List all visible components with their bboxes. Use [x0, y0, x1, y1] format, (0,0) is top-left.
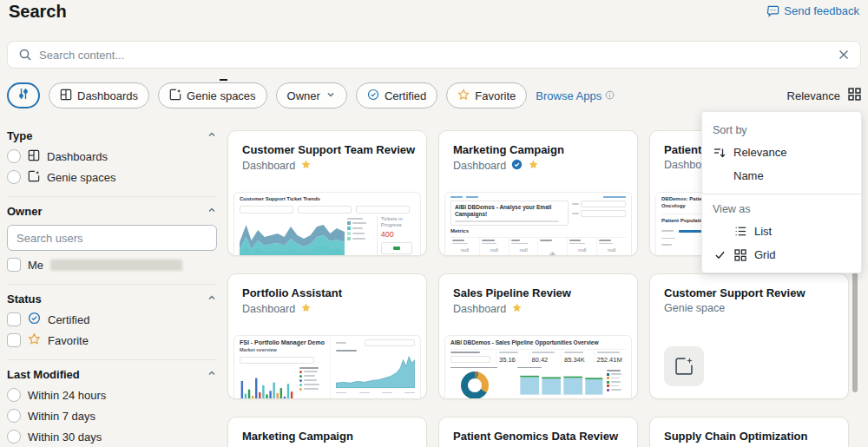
- radio[interactable]: [7, 430, 21, 444]
- option-label: Favorite: [48, 334, 89, 347]
- dashboard-preview: AIBI DBDemos - Sales Pipeline Opportunit…: [444, 335, 632, 398]
- modified-option-30d[interactable]: Within 30 days: [7, 426, 217, 447]
- favorite-star-icon: [511, 302, 523, 316]
- result-card-marketing-campaign-2[interactable]: Marketing Campaign: [227, 417, 427, 447]
- section-title: Last Modified: [7, 368, 80, 381]
- dashboard-preview: Customer Support Ticket Trends: [233, 192, 421, 255]
- feedback-bubble-icon: [766, 4, 779, 17]
- genie-space-icon: [28, 170, 40, 185]
- chip-certified[interactable]: Certified: [356, 82, 437, 108]
- favorite-star-icon: [528, 159, 539, 173]
- card-title: Supply Chain Optimization: [650, 417, 848, 443]
- search-bar[interactable]: [7, 41, 861, 69]
- owner-option-me[interactable]: Me: [7, 254, 217, 275]
- card-title: Marketing Campaign: [228, 417, 426, 443]
- genie-space-tile-icon: [664, 346, 704, 386]
- checkbox[interactable]: [7, 333, 21, 347]
- section-type-header[interactable]: Type: [7, 125, 217, 146]
- section-owner-header[interactable]: Owner: [7, 200, 217, 221]
- chip-label: Genie spaces: [187, 89, 256, 102]
- filter-sidebar: Type Dashboards Genie spaces: [7, 122, 217, 447]
- browse-apps-link[interactable]: Browse Apps: [536, 89, 615, 102]
- dashboard-icon: [60, 89, 72, 103]
- preview-stat-label: Tickets in Progress: [381, 216, 415, 228]
- result-card-sales-pipeline-review[interactable]: Sales Pipeline Review Dashboard AIBI DBD…: [438, 273, 638, 399]
- card-subtitle: Dashboard: [439, 156, 637, 173]
- status-option-favorite[interactable]: Favorite: [7, 330, 217, 351]
- card-title: Customer Support Team Review: [228, 131, 426, 156]
- dashboard-preview: FSI - Portfolio Manager Demo Market over…: [233, 335, 421, 398]
- sort-view-menu: Sort by Relevance Name View as List: [701, 111, 862, 273]
- menu-item-grid[interactable]: Grid: [702, 243, 861, 266]
- menu-item-label: List: [754, 225, 772, 238]
- radio[interactable]: [7, 409, 21, 423]
- section-type: Type Dashboards Genie spaces: [7, 122, 217, 197]
- owner-search-input[interactable]: [7, 225, 217, 251]
- menu-item-list[interactable]: List: [702, 220, 861, 243]
- menu-item-label: Name: [733, 169, 764, 182]
- certified-badge-icon: [511, 159, 523, 173]
- search-input[interactable]: [39, 49, 831, 62]
- menu-item-name[interactable]: Name: [702, 164, 861, 187]
- option-label: Within 7 days: [28, 410, 95, 423]
- card-subtitle: Dashboard: [228, 299, 426, 316]
- pipeline-bar-chart: [517, 370, 604, 398]
- radio[interactable]: [7, 170, 21, 184]
- dashboard-icon: [28, 149, 40, 164]
- checkbox[interactable]: [7, 258, 21, 272]
- star-icon: [28, 332, 41, 348]
- type-option-genie-spaces[interactable]: Genie spaces: [7, 167, 217, 187]
- option-label: Certified: [48, 313, 89, 326]
- radio[interactable]: [7, 388, 21, 402]
- vertical-scrollbar[interactable]: [852, 260, 858, 392]
- clear-search-icon[interactable]: [838, 49, 850, 61]
- option-label: Within 30 days: [28, 431, 102, 444]
- card-title: Customer Support Review: [650, 274, 848, 299]
- section-owner: Owner Me: [7, 197, 217, 285]
- card-type-label: Dashboard: [453, 303, 506, 315]
- check-icon: [713, 249, 727, 260]
- view-as-label: View as: [702, 195, 861, 220]
- modified-option-7d[interactable]: Within 7 days: [7, 405, 217, 426]
- certified-badge-icon: [367, 89, 379, 103]
- card-subtitle: Dashboard: [439, 299, 637, 316]
- dashboard-preview: AIBI DBDemos - Analyse your Email Campai…: [444, 192, 632, 255]
- chip-favorite[interactable]: Favorite: [446, 82, 527, 108]
- grid-view-icon: [733, 249, 747, 261]
- radio[interactable]: [7, 149, 21, 163]
- card-title: Marketing Campaign: [439, 131, 637, 156]
- result-card-marketing-campaign[interactable]: Marketing Campaign Dashboard AIBI: [438, 130, 638, 256]
- result-card-portfolio-assistant[interactable]: Portfolio Assistant Dashboard FSI - Port…: [227, 273, 427, 399]
- modified-option-24h[interactable]: Within 24 hours: [7, 385, 217, 405]
- section-status-header[interactable]: Status: [7, 288, 217, 309]
- checkbox[interactable]: [7, 312, 21, 326]
- card-subtitle: Genie space: [650, 299, 848, 314]
- chevron-up-icon: [207, 293, 217, 306]
- menu-item-relevance[interactable]: Relevance: [702, 141, 861, 164]
- card-subtitle: Dashboard: [228, 156, 426, 173]
- status-option-certified[interactable]: Certified: [7, 309, 217, 330]
- result-card-customer-support-review[interactable]: Customer Support Review Genie space: [649, 273, 849, 399]
- search-icon: [18, 48, 32, 62]
- result-card-customer-support-team-review[interactable]: Customer Support Team Review Dashboard C…: [227, 130, 427, 256]
- card-type-label: Dashboard: [453, 160, 506, 172]
- info-icon: [605, 89, 615, 102]
- page-title: Search: [9, 2, 67, 22]
- grid-view-icon: [848, 88, 861, 103]
- sort-view-control[interactable]: Relevance: [787, 88, 861, 103]
- preview-heading: Customer Support Ticket Trends: [240, 196, 415, 203]
- favorite-star-icon: [300, 302, 312, 316]
- chip-dashboards[interactable]: Dashboards: [49, 82, 149, 108]
- chip-genie-spaces[interactable]: Genie spaces: [158, 82, 267, 108]
- stacked-area-chart: [240, 216, 345, 256]
- section-last-modified-header[interactable]: Last Modified: [7, 364, 217, 385]
- chip-owner[interactable]: Owner: [276, 82, 347, 108]
- option-label: Genie spaces: [47, 171, 116, 184]
- type-option-dashboards[interactable]: Dashboards: [7, 146, 217, 167]
- filters-toggle-button[interactable]: [7, 82, 40, 108]
- result-card-patient-genomics-data-review[interactable]: Patient Genomics Data Review: [438, 417, 638, 447]
- preview-heading: FSI - Portfolio Manager Demo: [240, 339, 325, 347]
- send-feedback-link[interactable]: Send feedback: [766, 4, 859, 17]
- option-label: Dashboards: [47, 150, 108, 163]
- result-card-supply-chain-optimization[interactable]: Supply Chain Optimization: [649, 417, 849, 447]
